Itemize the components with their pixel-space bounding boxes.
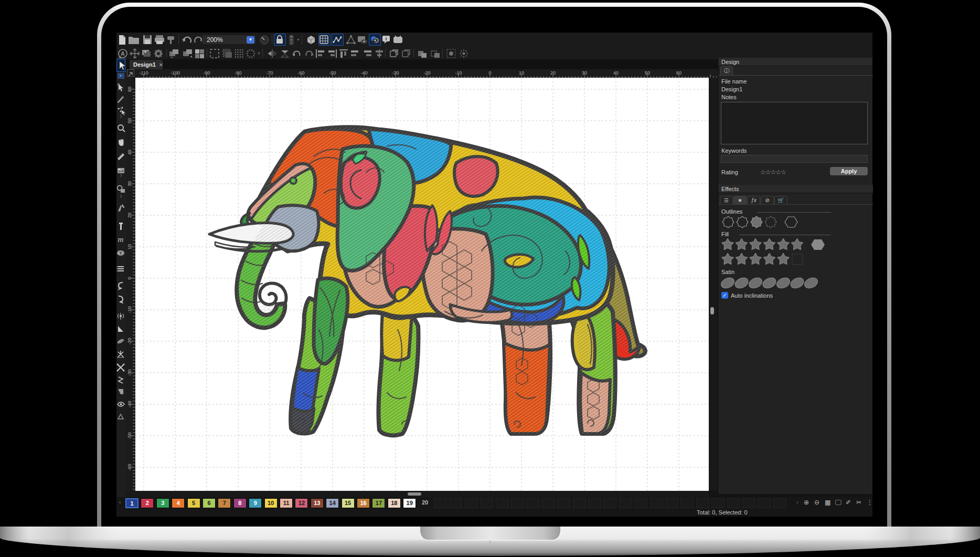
svg-text:A: A xyxy=(121,50,125,57)
svg-text:i: i xyxy=(386,36,387,41)
svg-text:m: m xyxy=(118,235,124,244)
svg-text:T: T xyxy=(120,251,122,256)
